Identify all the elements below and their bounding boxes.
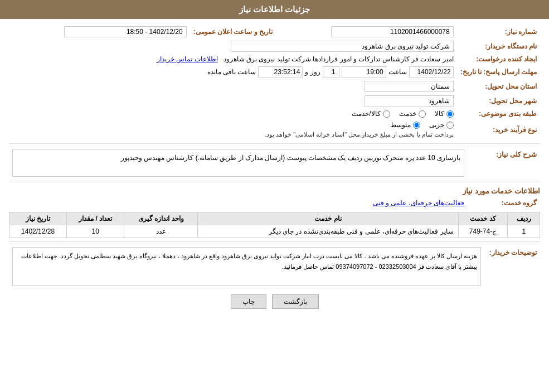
response-deadline-label: مهلت ارسال پاسخ: تا تاریخ:	[457, 65, 540, 79]
org-name-value: شرکت تولید نیروی برق شاهرود	[231, 41, 454, 52]
response-date-value: 1402/12/22	[409, 66, 454, 78]
category-both-radio[interactable]	[383, 110, 390, 118]
cell-row: 1	[508, 225, 540, 238]
col-header-name: نام خدمت	[198, 212, 458, 225]
cell-date: 1402/12/28	[9, 225, 67, 238]
process-label: نوع فرآیند خرید:	[457, 119, 540, 140]
creator-label: ایجاد کننده درخواست:	[457, 54, 540, 65]
divider-3	[9, 241, 540, 242]
category-both-label: کالا/خدمت	[352, 110, 380, 118]
announce-datetime-label: تاریخ و ساعت اعلان عمومی:	[190, 25, 276, 39]
page-title: جزئیات اطلاعات نیاز	[239, 4, 310, 14]
services-section-title: اطلاعات خدمات مورد نیاز	[9, 187, 540, 195]
response-time-value: 19:00	[342, 66, 386, 78]
process-jozi-radio[interactable]	[446, 122, 454, 129]
process-option-motavasset: متوسط	[390, 121, 420, 129]
city-label: شهر محل تحویل:	[457, 94, 540, 108]
remaining-label: ساعت باقی مانده	[207, 68, 256, 76]
buyer-desc-table: توضیحات خریدار: هزینه ارسال کالا بر عهده…	[9, 245, 540, 288]
table-row: 1 ج-74-749 سایر فعالیت‌های حرفه‌ای، علمی…	[9, 225, 540, 238]
response-days-value: 1	[323, 66, 339, 78]
service-group-table: گروه خدمت: فعالیت‌های حرفه‌ای، علمی و فن…	[9, 197, 540, 209]
province-label: استان محل تحویل:	[457, 79, 540, 94]
category-kala-radio[interactable]	[446, 110, 454, 118]
print-button[interactable]: چاپ	[231, 294, 266, 309]
desc-value: بازسازی 10 عدد پره متحرک توربین ردیف یک …	[12, 149, 464, 177]
response-remaining-value: 23:52:14	[258, 66, 303, 78]
category-kala-label: کالا	[435, 110, 444, 118]
back-button[interactable]: بازگشت	[272, 294, 319, 309]
announce-date-value: 1402/12/20 - 18:50	[64, 26, 187, 37]
process-motavasset-label: متوسط	[390, 121, 411, 129]
need-number-value: 1102001466000078	[331, 26, 454, 37]
creator-contact-link[interactable]: اطلاعات تماس خریدار	[157, 55, 218, 63]
buyer-desc-value: هزینه ارسال کالا بر عهده فروشنده می باشد…	[12, 247, 481, 286]
category-option-khedmat: خدمت	[399, 110, 426, 118]
col-header-date: تاریخ نیاز	[9, 212, 67, 225]
buyer-desc-label: توضیحات خریدار:	[484, 245, 540, 288]
services-table: ردیف کد خدمت نام خدمت واحد اندازه گیری ت…	[9, 212, 540, 238]
process-motavasset-radio[interactable]	[413, 122, 420, 129]
page-header: جزئیات اطلاعات نیاز	[0, 0, 549, 19]
category-radio-group: کالا خدمت کالا/خدمت	[12, 110, 454, 118]
process-radio-group: جزیی متوسط	[12, 121, 454, 129]
category-option-kala-khedmat: کالا/خدمت	[352, 110, 390, 118]
col-header-unit: واحد اندازه گیری	[124, 212, 198, 225]
bottom-buttons: بازگشت چاپ	[9, 294, 540, 309]
col-header-qty: تعداد / مقدار	[67, 212, 124, 225]
divider-1	[9, 143, 540, 144]
time-label: ساعت	[388, 68, 407, 76]
category-khedmat-radio[interactable]	[419, 110, 426, 118]
desc-label: شرح کلی نیاز:	[468, 147, 540, 178]
service-group-value[interactable]: فعالیت‌های حرفه‌ای، علمی و فنی	[373, 199, 464, 207]
desc-table: شرح کلی نیاز: بازسازی 10 عدد پره متحرک ت…	[9, 147, 540, 178]
main-info-table: شماره نیاز: 1102001466000078 تاریخ و ساع…	[9, 25, 540, 140]
city-value: شاهرود	[365, 95, 454, 107]
creator-value: امیر سعادت فر کارشناس تدارکات و امور قرا…	[224, 55, 454, 63]
category-label: طبقه بندی موضوعی:	[457, 108, 540, 119]
cell-qty: 10	[67, 225, 124, 238]
org-name-label: نام دستگاه خریدار:	[457, 39, 540, 54]
process-option-jozi: جزیی	[429, 121, 454, 129]
province-value: سمنان	[365, 81, 454, 92]
need-number-label: شماره نیاز:	[457, 25, 540, 39]
category-khedmat-label: خدمت	[399, 110, 416, 118]
col-header-code: کد خدمت	[458, 212, 508, 225]
cell-code: ج-74-749	[458, 225, 508, 238]
days-label: روز و	[305, 68, 320, 76]
process-note: پرداخت تمام یا بخشی از مبلغ خریداز محل "…	[12, 131, 454, 138]
col-header-row: ردیف	[508, 212, 540, 225]
cell-unit: عدد	[124, 225, 198, 238]
process-jozi-label: جزیی	[429, 121, 444, 129]
service-group-label: گروه خدمت:	[468, 197, 540, 209]
divider-2	[9, 182, 540, 182]
cell-name: سایر فعالیت‌های حرفه‌ای، علمی و فنی طبقه…	[198, 225, 458, 238]
category-option-kala: کالا	[435, 110, 454, 118]
